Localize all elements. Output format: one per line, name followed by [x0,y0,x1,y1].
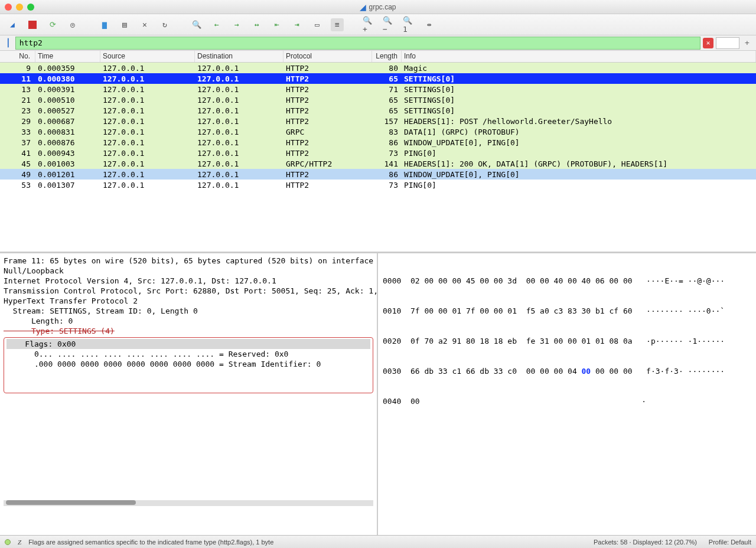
detail-line[interactable]: Stream: SETTINGS, Stream ID: 0, Length 0 [4,306,373,316]
auto-scroll-button[interactable]: ▭ [311,18,324,31]
hex-row[interactable]: 0020 0f 70 a2 91 80 18 18 eb fe 31 00 00… [383,336,751,346]
detail-scrollbar[interactable] [4,500,373,506]
go-to-packet-button[interactable]: ↔ [250,18,263,31]
hex-highlight: 00 [582,367,591,376]
bookmark-icon[interactable]: ▕▏ [4,38,13,47]
col-header-destination[interactable]: Destination [195,51,284,62]
display-filter-input[interactable] [15,37,700,50]
status-bar: Z Flags are assigned semantics specific … [0,535,756,548]
minimize-icon[interactable] [16,4,23,11]
zoom-reset-button[interactable]: 🔍1 [403,18,416,31]
hex-row[interactable]: 0030 66 db 33 c1 66 db 33 c0 00 00 00 04… [383,366,751,376]
detail-line-type[interactable]: Type: SETTINGS (4) [4,326,373,336]
open-file-button[interactable]: ▆ [98,18,111,31]
close-icon[interactable] [5,4,12,11]
table-row[interactable]: 450.001003127.0.0.1127.0.0.1GRPC/HTTP214… [0,158,756,169]
status-packets: Packets: 58 · Displayed: 12 (20.7%) [594,539,697,546]
table-row[interactable]: 330.000831127.0.0.1127.0.0.1GRPC83DATA[1… [0,126,756,137]
col-header-no[interactable]: No. [0,51,35,62]
col-header-info[interactable]: Info [402,51,756,62]
filter-expression-dropdown[interactable] [716,37,739,49]
clear-filter-button[interactable]: ✕ [703,38,713,48]
highlighted-detail-box: Flags: 0x00 0... .... .... .... .... ...… [4,337,373,393]
col-header-time[interactable]: Time [35,51,100,62]
find-packet-button[interactable]: 🔍 [190,18,203,31]
detail-line[interactable]: Length: 0 [4,316,373,326]
status-hint: Flags are assigned semantics specific to… [28,539,273,546]
hex-row[interactable]: 0040 00 · [383,396,751,406]
expert-info-icon[interactable] [5,539,11,545]
table-row[interactable]: 90.000359127.0.0.1127.0.0.1HTTP280Magic [0,63,756,73]
detail-line-flags[interactable]: Flags: 0x00 [6,339,370,349]
table-row[interactable]: 530.001307127.0.0.1127.0.0.1HTTP273PING[… [0,180,756,190]
packet-list-header[interactable]: No. Time Source Destination Protocol Len… [0,51,756,63]
detail-line[interactable]: Transmission Control Protocol, Src Port:… [4,286,373,296]
table-row[interactable]: 490.001201127.0.0.1127.0.0.1HTTP286WINDO… [0,169,756,180]
go-first-button[interactable]: ⇤ [271,18,284,31]
col-header-protocol[interactable]: Protocol [284,51,372,62]
add-filter-button[interactable]: + [742,38,752,47]
zoom-out-button[interactable]: 🔍− [383,18,396,31]
packet-bytes-pane[interactable]: 0000 02 00 00 00 45 00 00 3d 00 00 40 00… [378,253,756,535]
colorize-button[interactable]: ≡ [331,18,344,31]
window-controls[interactable] [5,4,34,11]
zoom-icon[interactable] [27,4,34,11]
table-row[interactable]: 370.000876127.0.0.1127.0.0.1HTTP286WINDO… [0,137,756,148]
table-row[interactable]: 290.000687127.0.0.1127.0.0.1HTTP2157HEAD… [0,116,756,126]
table-row[interactable]: 110.000380127.0.0.1127.0.0.1HTTP265SETTI… [0,73,756,84]
table-row[interactable]: 210.000510127.0.0.1127.0.0.1HTTP265SETTI… [0,94,756,105]
window-title: grpc.cap [369,3,396,11]
go-last-button[interactable]: ⇥ [291,18,304,31]
hex-row[interactable]: 0010 7f 00 00 01 7f 00 00 01 f5 a0 c3 83… [383,306,751,316]
packet-list[interactable]: 90.000359127.0.0.1127.0.0.1HTTP280Magic1… [0,63,756,252]
zoom-in-button[interactable]: 🔍+ [363,18,376,31]
capture-options-button[interactable]: ◎ [66,18,79,31]
col-header-length[interactable]: Length [372,51,402,62]
table-row[interactable]: 130.000391127.0.0.1127.0.0.1HTTP271SETTI… [0,84,756,94]
close-file-button[interactable]: ✕ [138,18,151,31]
detail-line[interactable]: Internet Protocol Version 4, Src: 127.0.… [4,276,373,286]
detail-line[interactable]: .000 0000 0000 0000 0000 0000 0000 0000 … [6,359,370,369]
packet-details-pane[interactable]: Frame 11: 65 bytes on wire (520 bits), 6… [0,253,378,535]
table-row[interactable]: 230.000527127.0.0.1127.0.0.1HTTP265SETTI… [0,105,756,116]
reload-button[interactable]: ↻ [158,18,171,31]
detail-line[interactable]: 0... .... .... .... .... .... .... .... … [6,349,370,359]
save-file-button[interactable]: ▤ [118,18,131,31]
titlebar: ◢ grpc.cap [0,0,756,14]
wireshark-icon: ◢ [360,2,366,12]
table-row[interactable]: 410.000943127.0.0.1127.0.0.1HTTP273PING[… [0,148,756,158]
detail-line[interactable]: HyperText Transfer Protocol 2 [4,296,373,306]
col-header-source[interactable]: Source [100,51,195,62]
go-back-button[interactable]: ← [210,18,223,31]
wireshark-icon[interactable]: ◢ [6,18,19,31]
status-profile[interactable]: Profile: Default [709,539,751,546]
title-center: ◢ grpc.cap [360,2,396,12]
restart-capture-button[interactable]: ⟳ [46,18,59,31]
resize-columns-button[interactable]: ⇹ [423,18,436,31]
hex-row[interactable]: 0000 02 00 00 00 45 00 00 3d 00 00 40 00… [383,276,751,286]
main-toolbar: ◢ ⟳ ◎ ▆ ▤ ✕ ↻ 🔍 ← → ↔ ⇤ ⇥ ▭ ≡ 🔍+ 🔍− 🔍1 ⇹ [0,14,756,35]
go-forward-button[interactable]: → [230,18,243,31]
display-filter-bar: ▕▏ ✕ + [0,35,756,51]
stop-capture-button[interactable] [26,18,39,31]
detail-line[interactable]: Null/Loopback [4,266,373,276]
status-hint-icon: Z [18,539,21,546]
detail-line[interactable]: Frame 11: 65 bytes on wire (520 bits), 6… [4,256,373,266]
